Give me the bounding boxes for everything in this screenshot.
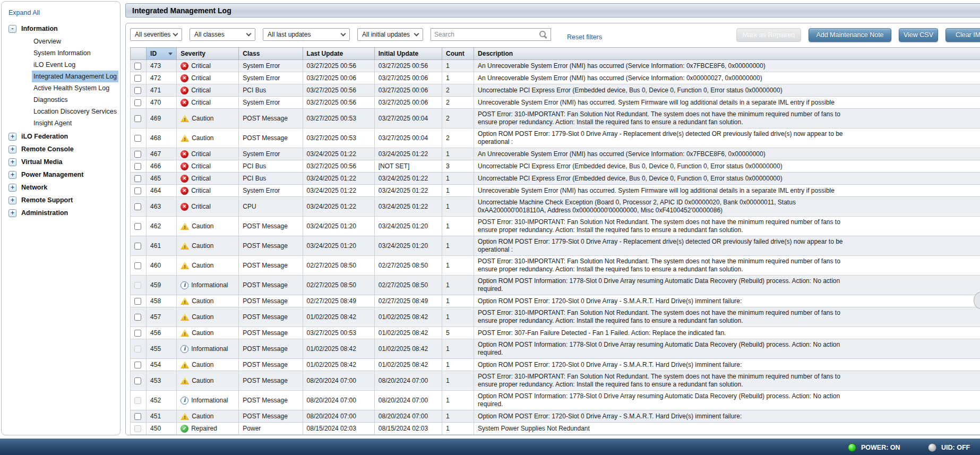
row-select-cell	[131, 391, 147, 410]
row-select-checkbox[interactable]	[134, 298, 141, 305]
row-select-checkbox[interactable]	[134, 203, 141, 210]
expand-toggle-icon[interactable]: +	[8, 158, 16, 166]
row-select-checkbox[interactable]	[134, 262, 141, 269]
row-last-update: 03/24/2025 01:22	[303, 197, 374, 217]
clear-iml-button[interactable]: Clear IML	[945, 28, 980, 42]
nav-section-remote-support[interactable]: +Remote Support	[8, 194, 120, 207]
row-class: System Error	[239, 185, 303, 197]
nav-section-label: Information	[21, 25, 58, 32]
table-row: 450✓RepairedPower08/15/2024 02:0308/15/2…	[131, 423, 980, 435]
last-update-filter-select[interactable]: All last updates	[263, 28, 350, 41]
table-row: 460!CautionPOST Message02/27/2025 08:500…	[131, 256, 980, 276]
nav-item-insight-agent[interactable]: Insight Agent	[32, 117, 73, 129]
column-header-id[interactable]: ID	[147, 48, 177, 60]
row-severity: ✓Repaired	[177, 423, 239, 435]
nav-section-information[interactable]: -Information	[8, 22, 120, 35]
uid-off-led-icon	[928, 443, 936, 452]
table-row: 467✕CriticalSystem Error03/24/2025 01:22…	[131, 148, 980, 160]
column-header-initial-update[interactable]: Initial Update	[374, 48, 442, 60]
collapse-toggle-icon[interactable]: -	[8, 25, 16, 33]
expand-all-link[interactable]: Expand All	[8, 9, 40, 16]
row-initial-update: 03/24/2025 01:22	[374, 197, 442, 217]
expand-toggle-icon[interactable]: +	[8, 184, 16, 192]
row-select-checkbox[interactable]	[134, 330, 141, 337]
sidebar-nav: Expand All -InformationOverviewSystem In…	[1, 1, 121, 435]
search-icon[interactable]	[539, 30, 547, 39]
row-description: Option ROM POST Information: 1778-Slot 0…	[474, 339, 980, 359]
row-last-update: 03/27/2025 00:56	[303, 84, 374, 97]
uid-status: UID: OFF	[928, 439, 970, 455]
add-maintenance-note-button[interactable]: Add Maintenance Note	[809, 28, 891, 42]
row-class: PCI Bus	[239, 160, 303, 173]
nav-section-administration[interactable]: +Administration	[8, 207, 120, 219]
class-filter-select[interactable]: All classes	[190, 28, 255, 41]
row-select-checkbox[interactable]	[134, 362, 141, 368]
row-select-checkbox[interactable]	[134, 187, 141, 194]
row-count: 1	[442, 391, 474, 410]
row-select-checkbox[interactable]	[134, 413, 141, 420]
row-select-cell	[131, 84, 147, 97]
nav-section-power-management[interactable]: +Power Management	[8, 168, 120, 181]
row-select-checkbox[interactable]	[134, 314, 141, 321]
column-header-severity[interactable]: Severity	[177, 48, 239, 60]
row-select-cell	[131, 97, 147, 109]
status-bar: POWER: ON UID: OFF	[0, 439, 980, 455]
row-initial-update: 03/24/2025 01:22	[374, 173, 442, 185]
search-input[interactable]	[431, 29, 539, 40]
row-select-checkbox[interactable]	[134, 175, 141, 182]
column-header-count[interactable]: Count	[442, 48, 474, 60]
row-count: 1	[442, 371, 474, 391]
nav-item-integrated-management-log[interactable]: Integrated Management Log	[32, 71, 118, 82]
row-class: System Error	[239, 148, 303, 160]
table-row: 456!CautionPOST Message03/27/2025 00:530…	[131, 327, 980, 339]
severity-filter-select[interactable]: All severities	[130, 28, 182, 41]
row-select-cell	[131, 423, 147, 435]
nav-section-virtual-media[interactable]: +Virtual Media	[8, 156, 120, 168]
row-select-checkbox[interactable]	[134, 377, 141, 384]
row-severity: ✕Critical	[177, 148, 239, 160]
initial-update-filter-select[interactable]: All initial updates	[357, 28, 423, 41]
row-count: 2	[442, 97, 474, 109]
expand-toggle-icon[interactable]: +	[8, 133, 16, 141]
row-class: CPU	[239, 197, 303, 217]
row-description: Option ROM POST Information: 1778-Slot 0…	[474, 391, 980, 410]
row-select-checkbox[interactable]	[134, 223, 141, 230]
nav-item-ilo-event-log[interactable]: iLO Event Log	[32, 59, 77, 71]
row-select-checkbox[interactable]	[134, 135, 141, 142]
nav-item-active-health-system-log[interactable]: Active Health System Log	[32, 82, 111, 94]
row-id: 470	[147, 97, 177, 109]
expand-toggle-icon[interactable]: +	[8, 196, 16, 204]
row-severity: ✕Critical	[177, 84, 239, 97]
row-initial-update: 03/24/2025 01:20	[374, 217, 442, 236]
row-select-cell	[131, 327, 147, 339]
nav-item-diagnostics[interactable]: Diagnostics	[32, 94, 70, 106]
row-select-checkbox[interactable]	[134, 115, 141, 122]
column-header-description[interactable]: Description	[474, 48, 980, 60]
nav-section-remote-console[interactable]: +Remote Console	[8, 143, 120, 156]
caution-triangle-icon: !	[180, 361, 189, 368]
view-csv-button[interactable]: View CSV	[899, 28, 938, 42]
column-header-last-update[interactable]: Last Update	[303, 48, 374, 60]
row-select-checkbox[interactable]	[134, 163, 141, 170]
row-select-checkbox[interactable]	[134, 75, 141, 82]
nav-item-overview[interactable]: Overview	[32, 36, 63, 47]
expand-toggle-icon[interactable]: +	[8, 171, 16, 179]
row-select-checkbox[interactable]	[134, 99, 141, 106]
caution-triangle-icon: !	[180, 222, 189, 230]
nav-item-location-discovery-services[interactable]: Location Discovery Services	[32, 106, 118, 117]
nav-section-ilo-federation[interactable]: +iLO Federation	[8, 130, 120, 143]
table-row: 461!CautionPOST Message03/24/2025 01:200…	[131, 236, 980, 256]
nav-section-network[interactable]: +Network	[8, 181, 120, 194]
expand-toggle-icon[interactable]: +	[8, 209, 16, 217]
expand-toggle-icon[interactable]: +	[8, 145, 16, 153]
row-description: Option ROM POST Error: 1720-Slot 0 Drive…	[474, 359, 980, 371]
reset-filters-link[interactable]: Reset filters	[567, 33, 602, 41]
row-select-checkbox[interactable]	[134, 63, 141, 70]
row-count: 1	[442, 359, 474, 371]
column-header-class[interactable]: Class	[239, 48, 303, 60]
row-select-checkbox[interactable]	[134, 87, 141, 94]
nav-item-system-information[interactable]: System Information	[32, 47, 92, 59]
row-select-checkbox[interactable]	[134, 151, 141, 158]
row-id: 453	[147, 371, 177, 391]
row-select-checkbox[interactable]	[134, 243, 141, 250]
